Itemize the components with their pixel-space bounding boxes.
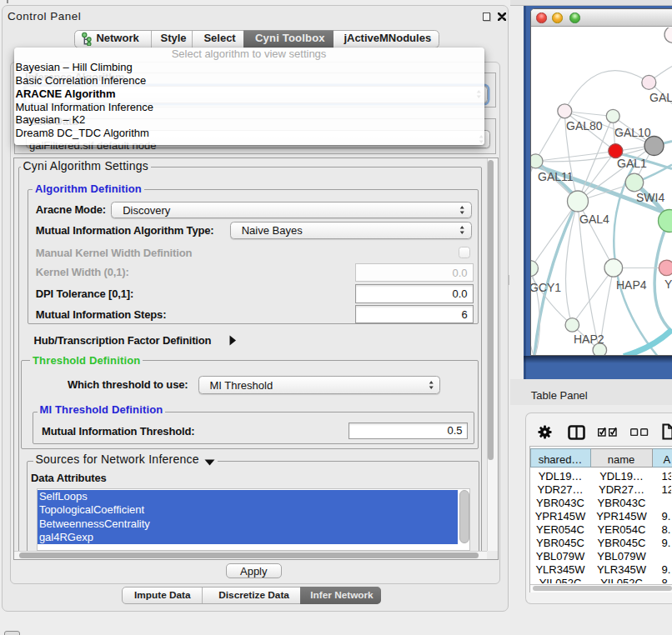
svg-text:GAL80: GAL80	[566, 118, 603, 132]
svg-text:GCY1: GCY1	[531, 280, 561, 293]
svg-text:GAL4: GAL4	[579, 212, 609, 225]
svg-text:GAL10: GAL10	[614, 125, 651, 138]
svg-text:GAL1: GAL1	[617, 156, 647, 169]
svg-text:GAL11: GAL11	[538, 169, 574, 182]
svg-text:HAP2: HAP2	[574, 332, 604, 345]
svg-text:SWI4: SWI4	[636, 191, 664, 204]
svg-text:Y: Y	[664, 277, 672, 290]
svg-text:GAL7: GAL7	[649, 90, 672, 103]
svg-text:HAP4: HAP4	[616, 278, 647, 291]
